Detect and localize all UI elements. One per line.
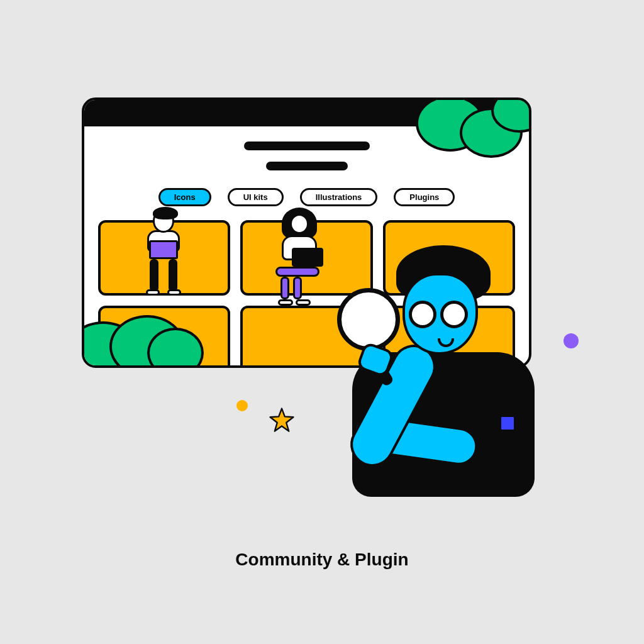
magnifier-icon: [337, 288, 400, 351]
person-laptop-illustration: [129, 209, 198, 296]
heading-line: [244, 142, 370, 150]
card-item[interactable]: [98, 220, 230, 296]
star-icon: [269, 408, 294, 433]
tab-icons[interactable]: Icons: [158, 188, 211, 206]
foreground-character: [314, 245, 579, 516]
tab-plugins[interactable]: Plugins: [394, 188, 455, 206]
tab-illustrations[interactable]: Illustrations: [300, 188, 378, 206]
glasses-icon: [409, 301, 468, 328]
tab-ui-kits[interactable]: UI kits: [228, 188, 284, 206]
card-item[interactable]: [98, 306, 230, 368]
category-tabs: Icons UI kits Illustrations Plugins: [84, 188, 529, 206]
window-titlebar: [84, 100, 529, 126]
header-placeholder: [84, 142, 529, 170]
shirt-badge-icon: [499, 415, 516, 431]
subheading-line: [266, 162, 348, 170]
caption-text: Community & Plugin: [0, 550, 644, 570]
accent-dot-yellow: [236, 400, 248, 411]
